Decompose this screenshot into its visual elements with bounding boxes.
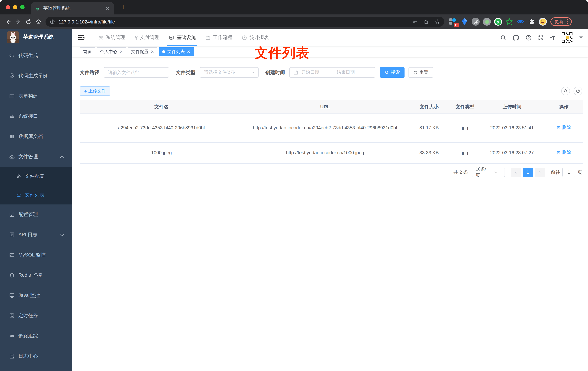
goto-page-input[interactable] — [562, 168, 575, 177]
command-extension-icon[interactable] — [472, 18, 480, 26]
bookmark-star-icon[interactable] — [435, 19, 440, 24]
page-number-active[interactable]: 1 — [523, 168, 533, 177]
search-icon[interactable] — [500, 34, 506, 41]
forward-button[interactable] — [13, 17, 23, 27]
site-info-icon[interactable] — [50, 19, 55, 24]
sidebar-item-code-generation[interactable]: 代码生成 — [0, 45, 72, 66]
tag-profile[interactable]: 个人中心 ✕ — [97, 47, 126, 56]
github-icon[interactable] — [512, 34, 519, 41]
avatar-caret-icon[interactable] — [579, 36, 583, 39]
reload-button[interactable] — [23, 17, 33, 27]
cell-url: http://test.yudao.iocoder.cn/a294ecb2-73… — [243, 113, 407, 142]
nav-item-reports[interactable]: 统计报表 — [237, 29, 273, 46]
eye-extension-icon[interactable] — [516, 18, 525, 26]
sidebar-item-file-management[interactable]: 文件管理 — [0, 147, 72, 167]
fullscreen-icon[interactable] — [538, 34, 544, 41]
table-row: 1000.jpeg http://test.yudao.iocoder.cn/1… — [80, 142, 583, 163]
table-row: a294ecb2-73dd-4353-bf40-296b8931d0bf htt… — [80, 113, 583, 142]
total-count: 共 2 条 — [453, 169, 468, 175]
trash-icon — [556, 150, 561, 155]
chevron-left-icon — [514, 170, 518, 174]
file-management-submenu: 文件配置 文件列表 — [0, 167, 72, 204]
sidebar-item-file-config[interactable]: 文件配置 — [0, 167, 72, 186]
kite-extension-icon[interactable] — [461, 18, 468, 26]
refresh-table-button[interactable] — [574, 87, 582, 95]
col-file-size: 文件大小 — [407, 100, 451, 113]
nav-item-system[interactable]: 系统管理 — [94, 29, 130, 46]
recorder-extension-icon[interactable] — [483, 18, 491, 26]
reset-button[interactable]: 重置 — [409, 67, 433, 78]
sidebar-logo[interactable]: 芋道管理系统 — [0, 29, 72, 45]
end-date-placeholder[interactable]: 结束日期 — [337, 69, 355, 75]
share-icon[interactable] — [424, 19, 429, 24]
star-extension-icon[interactable] — [505, 18, 513, 26]
delete-button[interactable]: 删除 — [556, 148, 571, 156]
help-icon[interactable] — [525, 34, 532, 41]
sidebar-item-mysql-monitor[interactable]: MySQL 监控 — [0, 245, 72, 265]
yudao-extension-icon[interactable]: y — [494, 18, 502, 26]
nav-item-infrastructure[interactable]: 基础设施 — [164, 29, 201, 46]
close-icon[interactable]: ✕ — [187, 50, 190, 54]
address-bar[interactable]: 127.0.0.1:1024/infra/file/file — [45, 17, 444, 27]
home-button[interactable] — [33, 17, 43, 27]
start-date-placeholder[interactable]: 开始日期 — [301, 69, 319, 75]
toggle-search-button[interactable] — [561, 87, 570, 95]
sidebar-item-java-monitor[interactable]: Java 监控 — [0, 285, 72, 306]
sidebar-item-db-doc[interactable]: 数据库文档 — [0, 127, 72, 147]
nav-item-workflow[interactable]: 工作流程 — [201, 29, 237, 46]
browser-menu-icon[interactable] — [567, 19, 568, 24]
sidebar-item-scheduled-tasks[interactable]: 定时任务 — [0, 306, 72, 326]
tampermonkey-extension-icon[interactable]: 11 — [449, 18, 457, 26]
macos-traffic-lights — [6, 5, 25, 9]
chrome-update-button[interactable]: 更新 — [550, 17, 572, 26]
sidebar-item-redis-monitor[interactable]: Redis 监控 — [0, 265, 72, 285]
close-icon[interactable]: ✕ — [151, 50, 154, 54]
sidebar-item-form-builder[interactable]: 表单构建 — [0, 86, 72, 106]
sidebar-item-config-management[interactable]: 配置管理 — [0, 204, 72, 225]
window-close-button[interactable] — [6, 5, 10, 9]
file-type-select[interactable]: 请选择文件类型 — [200, 67, 259, 78]
upload-file-button[interactable]: + 上传文件 — [80, 86, 110, 96]
url-text[interactable]: 127.0.0.1:1024/infra/file/file — [59, 19, 406, 24]
sidebar-item-log-center[interactable]: 日志中心 — [0, 346, 72, 366]
back-button[interactable] — [3, 17, 13, 27]
sidebar-item-file-list[interactable]: 文件列表 — [0, 186, 72, 204]
sidebar-item-code-gen-example[interactable]: 代码生成示例 — [0, 66, 72, 86]
search-button[interactable]: 搜索 — [380, 67, 405, 78]
delete-button[interactable]: 删除 — [556, 124, 571, 131]
cell-upload-time: 2022-03-16 23:07:27 — [479, 142, 545, 163]
sidebar-item-tracing[interactable]: 链路追踪 — [0, 326, 72, 346]
tag-home[interactable]: 首页 — [80, 47, 95, 56]
refresh-icon — [413, 70, 418, 74]
password-key-icon[interactable] — [412, 19, 418, 24]
tag-file-list[interactable]: 文件列表 ✕ — [159, 47, 193, 56]
font-size-icon[interactable]: TT — [550, 34, 555, 41]
new-tab-button[interactable]: + — [119, 4, 127, 11]
date-range-picker[interactable]: 开始日期 - 结束日期 — [289, 67, 375, 78]
profile-avatar-icon[interactable] — [539, 18, 547, 26]
dashboard-icon — [242, 35, 247, 40]
tag-file-config[interactable]: 文件配置 ✕ — [128, 47, 157, 56]
goto-label: 前往 — [551, 169, 560, 175]
close-icon[interactable]: ✕ — [120, 50, 123, 54]
browser-tab[interactable]: 芋道管理系统 ✕ — [31, 2, 114, 14]
user-avatar[interactable] — [561, 32, 573, 44]
file-path-input[interactable] — [104, 67, 169, 78]
prev-page-button[interactable] — [511, 168, 521, 177]
next-page-button[interactable] — [535, 168, 545, 177]
briefcase-icon — [205, 35, 211, 40]
window-zoom-button[interactable] — [20, 5, 25, 9]
cell-url: http://test.yudao.iocoder.cn/1000.jpeg — [243, 142, 407, 163]
tab-close-icon[interactable]: ✕ — [105, 6, 111, 11]
extension-badge: 11 — [454, 23, 459, 27]
cell-file-type: jpg — [451, 113, 479, 142]
sidebar-item-api-log[interactable]: API 日志 — [0, 225, 72, 245]
chevron-down-icon — [59, 232, 65, 238]
page-size-select[interactable]: 10条/页 — [472, 168, 505, 177]
window-minimize-button[interactable] — [13, 5, 17, 9]
extensions-puzzle-icon[interactable] — [528, 18, 536, 26]
sidebar-collapse-button[interactable] — [78, 34, 85, 41]
sidebar: 芋道管理系统 代码生成 代码生成示例 表单构建 系统接口 数据库文档 — [0, 29, 72, 371]
sidebar-item-system-api[interactable]: 系统接口 — [0, 106, 72, 127]
nav-item-payment[interactable]: ¥ 支付管理 — [130, 29, 164, 46]
